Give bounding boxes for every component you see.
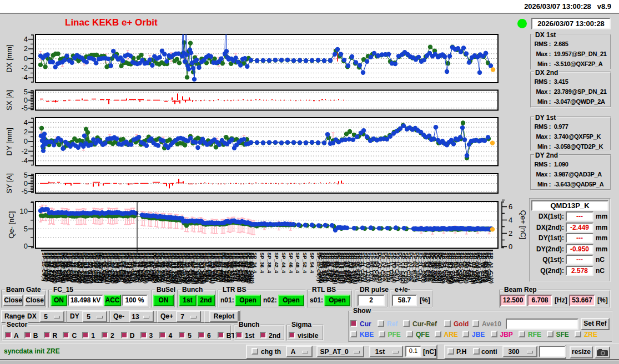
svg-text:2: 2: [24, 128, 28, 136]
svg-text:SY [A]: SY [A]: [5, 173, 13, 194]
svg-text:Qe+ [nC]: Qe+ [nC]: [519, 210, 527, 239]
svg-text:DY [mm]: DY [mm]: [5, 128, 13, 155]
svg-text:SP_52_4: SP_52_4: [302, 252, 308, 273]
svg-text:0: 0: [24, 242, 28, 250]
svg-text:5: 5: [24, 225, 28, 233]
svg-text:DX [mm]: DX [mm]: [5, 44, 13, 73]
svg-text:0: 0: [24, 96, 28, 104]
svg-text:SP_38_4: SP_38_4: [266, 252, 272, 273]
svg-text:SP_54_4: SP_54_4: [309, 252, 315, 273]
svg-text:SP_34_4: SP_34_4: [252, 252, 258, 273]
svg-text:-4: -4: [21, 156, 28, 165]
svg-text:6: 6: [509, 203, 512, 211]
svg-text:SP_48_4: SP_48_4: [295, 252, 300, 273]
svg-text:2: 2: [509, 229, 512, 237]
svg-text:SP_36_4: SP_36_4: [259, 252, 265, 273]
svg-text:SP_46_4: SP_46_4: [288, 252, 294, 273]
svg-text:SP_44_4: SP_44_4: [281, 252, 286, 273]
svg-text:-2: -2: [21, 64, 28, 72]
svg-text:-5: -5: [21, 187, 28, 195]
svg-text:4: 4: [509, 216, 512, 224]
svg-text:-2: -2: [21, 147, 28, 155]
svg-text:SX [A]: SX [A]: [5, 90, 13, 110]
svg-text:Qe- [nC]: Qe- [nC]: [7, 211, 16, 239]
svg-text:5: 5: [24, 171, 28, 179]
svg-text:5: 5: [24, 88, 28, 96]
svg-text:4: 4: [24, 118, 28, 127]
svg-text:4: 4: [24, 35, 28, 43]
svg-text:SP_42_4: SP_42_4: [274, 252, 279, 273]
svg-text:10: 10: [20, 207, 28, 215]
svg-text:0: 0: [24, 54, 28, 63]
svg-text:0: 0: [24, 137, 28, 145]
svg-text:0: 0: [509, 242, 512, 251]
svg-text:-5: -5: [21, 104, 28, 112]
svg-text:2: 2: [24, 44, 28, 53]
svg-text:SP_A1_C1(0): SP_A1_C1(0): [489, 252, 494, 284]
svg-text:-4: -4: [21, 73, 28, 82]
svg-text:0: 0: [24, 179, 28, 188]
